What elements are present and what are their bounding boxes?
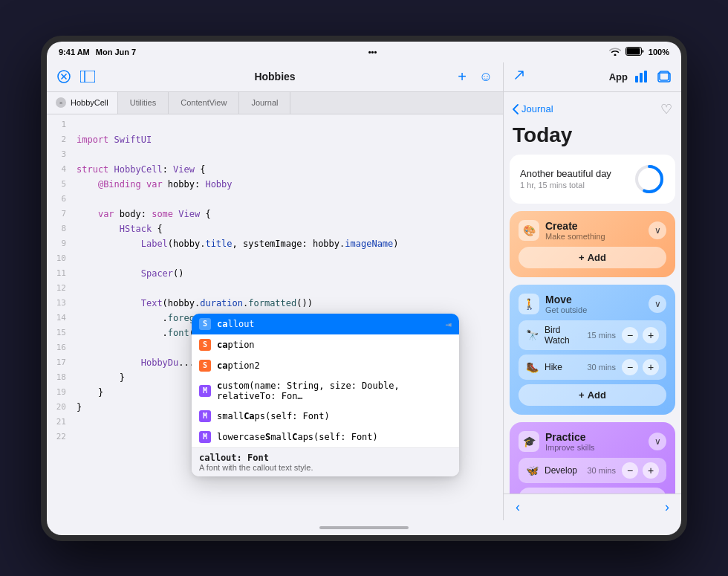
practice-name: Practice	[545, 431, 595, 443]
autocomplete-item-callout[interactable]: S callout ⇥	[192, 314, 459, 334]
app-preview[interactable]: Journal ♡ Today Another beautiful day 1 …	[504, 92, 681, 494]
chart-bar-icon[interactable]	[634, 68, 650, 85]
badge-m-custom: M	[199, 385, 211, 397]
badge-s-callout: S	[199, 318, 211, 330]
autocomplete-item-smallcaps[interactable]: M smallCaps(self: Font)	[192, 406, 459, 427]
tab-hobbycell[interactable]: × HobbyCell	[47, 92, 118, 114]
journal-back-button[interactable]: Journal	[513, 103, 553, 114]
heart-icon[interactable]: ♡	[660, 101, 672, 117]
tab-label-hobbycell: HobbyCell	[71, 98, 108, 107]
hike-icon: 🥾	[526, 361, 539, 373]
move-chevron-button[interactable]: ∨	[649, 295, 666, 313]
autocomplete-item-custom[interactable]: M custom(name: String, size: Double, rel…	[192, 376, 459, 406]
develop-name: Develop	[545, 465, 587, 476]
category-card-move: 🚶 Move Get outside ∨ 🔭 Bird Watch 15 min…	[510, 285, 675, 415]
journal-back-label: Journal	[521, 103, 553, 114]
status-date: Mon Jun 7	[96, 48, 136, 56]
autocomplete-text-custom: custom(name: String, size: Double, relat…	[217, 381, 452, 401]
tab-label-journal: Journal	[251, 98, 278, 107]
autocomplete-text-caption: caption	[217, 340, 452, 350]
code-area[interactable]: 1 2 3 4 5 6 7 8 9 10 11 12 13 14	[47, 114, 503, 520]
square-stack-icon[interactable]	[656, 68, 672, 85]
code-toolbar: Hobbies + ☺	[47, 62, 503, 92]
birdwatch-name: Bird Watch	[545, 325, 587, 346]
move-icon: 🚶	[519, 294, 539, 314]
tab-utilities[interactable]: Utilities	[118, 92, 169, 114]
tab-contentview[interactable]: ContentView	[169, 92, 239, 114]
hike-plus-button[interactable]: +	[643, 359, 659, 375]
sidebar-toggle-button[interactable]	[79, 68, 96, 85]
birdwatch-plus-button[interactable]: +	[643, 327, 659, 343]
create-sub: Make something	[545, 232, 605, 241]
create-add-button[interactable]: + Add	[519, 247, 666, 268]
status-bar: 9:41 AM Mon Jun 7 ••• 100%	[47, 42, 681, 62]
hike-stepper: − +	[622, 359, 659, 375]
autocomplete-text-lowercase: lowercaseSmallCaps(self: Font)	[217, 432, 452, 442]
nav-next-button[interactable]: ›	[659, 496, 675, 518]
birdwatch-icon: 🔭	[526, 329, 539, 341]
practice-add-button[interactable]: + Add	[519, 488, 666, 494]
wifi-icon	[609, 47, 621, 57]
add-file-button[interactable]: +	[454, 68, 470, 85]
badge-s-caption2: S	[199, 360, 211, 372]
autocomplete-item-caption[interactable]: S caption	[192, 334, 459, 355]
hike-minus-button[interactable]: −	[622, 359, 638, 375]
activity-hike: 🥾 Hike 30 mins − +	[519, 355, 666, 380]
move-add-plus: +	[579, 389, 585, 401]
develop-stepper: − +	[622, 462, 659, 479]
right-toolbar: App	[504, 62, 681, 92]
autocomplete-item-lowercase[interactable]: M lowercaseSmallCaps(self: Font)	[192, 427, 459, 447]
tab-close-icon[interactable]: ×	[56, 97, 66, 108]
ipad-frame: 9:41 AM Mon Jun 7 ••• 100%	[41, 36, 687, 541]
nav-prev-button[interactable]: ‹	[510, 496, 526, 518]
category-card-practice: 🎓 Practice Improve skills ∨ 🦋 Develop 30…	[510, 422, 675, 494]
status-time: 9:41 AM	[59, 48, 90, 56]
close-button[interactable]	[56, 68, 72, 85]
activity-develop: 🦋 Develop 30 mins − +	[519, 458, 666, 483]
create-icon: 🎨	[519, 220, 539, 241]
autocomplete-dropdown[interactable]: S callout ⇥ S caption S caption2 M cus	[192, 314, 459, 476]
practice-chevron-button[interactable]: ∨	[649, 433, 666, 450]
right-panel: App	[504, 62, 681, 520]
battery-pct: 100%	[649, 48, 669, 56]
move-sub: Get outside	[545, 305, 587, 314]
hike-name: Hike	[545, 362, 587, 372]
develop-plus-button[interactable]: +	[643, 462, 659, 479]
birdwatch-time: 15 mins	[587, 331, 616, 340]
autocomplete-text-smallcaps: smallCaps(self: Font)	[217, 411, 452, 421]
create-chevron-button[interactable]: ∨	[649, 221, 666, 239]
develop-minus-button[interactable]: −	[622, 462, 638, 479]
practice-icon: 🎓	[519, 431, 539, 452]
practice-sub: Improve skills	[545, 443, 595, 452]
develop-time: 30 mins	[587, 466, 616, 475]
file-tabs: × HobbyCell Utilities ContentView Journa…	[47, 92, 503, 114]
progress-card: Another beautiful day 1 hr, 15 mins tota…	[510, 155, 675, 204]
badge-m-lowercase: M	[199, 431, 211, 443]
birdwatch-minus-button[interactable]: −	[622, 327, 638, 343]
badge-m-smallcaps: M	[199, 410, 211, 422]
app-label: App	[609, 71, 628, 82]
autocomplete-text-callout: callout	[217, 319, 440, 329]
today-title: Today	[510, 123, 675, 155]
svg-rect-8	[640, 73, 643, 82]
autocomplete-footer-desc: A font with the callout text style.	[199, 463, 452, 472]
autocomplete-item-caption2[interactable]: S caption2	[192, 355, 459, 376]
progress-title: Another beautiful day	[520, 168, 611, 179]
badge-s-caption: S	[199, 339, 211, 351]
journal-nav: Journal ♡	[510, 98, 675, 123]
move-add-button[interactable]: + Add	[519, 384, 666, 406]
autocomplete-footer-title: callout: Font	[199, 453, 452, 463]
create-add-label: Add	[588, 252, 606, 263]
activity-birdwatch: 🔭 Bird Watch 15 mins − +	[519, 320, 666, 350]
home-indicator	[47, 520, 681, 535]
tab-journal[interactable]: Journal	[239, 92, 290, 114]
editor-title: Hobbies	[105, 71, 445, 82]
smiley-button[interactable]: ☺	[478, 68, 494, 85]
svg-rect-5	[80, 71, 95, 82]
back-destination-icon[interactable]	[513, 68, 526, 85]
progress-subtitle: 1 hr, 15 mins total	[520, 181, 611, 190]
tab-label-utilities: Utilities	[130, 98, 156, 107]
nav-arrows: ‹ ›	[504, 494, 681, 520]
create-add-plus: +	[579, 252, 585, 263]
hike-time: 30 mins	[587, 363, 616, 372]
